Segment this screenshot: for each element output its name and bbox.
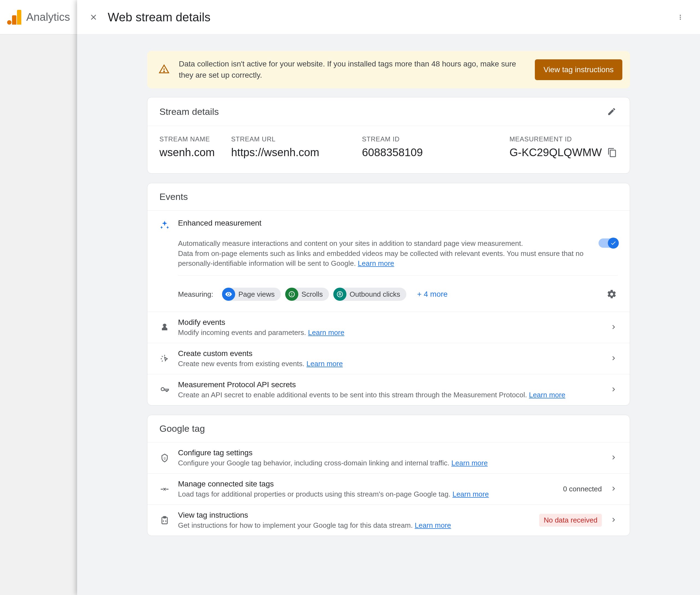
chevron-right-icon <box>610 484 618 494</box>
copy-measurement-id-button[interactable] <box>607 147 618 158</box>
chip-label: Scrolls <box>302 290 323 299</box>
svg-point-0 <box>680 15 681 16</box>
analytics-logo-icon <box>7 10 21 25</box>
more-vert-icon <box>677 14 683 21</box>
manage-connected-tags-row[interactable]: Manage connected site tags Load tags for… <box>147 473 630 505</box>
svg-point-4 <box>164 71 165 72</box>
edit-stream-button[interactable] <box>606 106 618 118</box>
connect-icon <box>160 484 170 494</box>
row-title: Create custom events <box>178 349 601 358</box>
more-options-button[interactable] <box>674 11 687 24</box>
row-desc: Create new events from existing events. … <box>178 360 601 368</box>
stream-details-card: Stream details STREAM NAME wsenh.com STR… <box>147 97 630 174</box>
enhanced-measurement-toggle[interactable] <box>598 238 618 248</box>
svg-point-1 <box>680 17 681 18</box>
learn-more-link[interactable]: Learn more <box>415 521 451 529</box>
desc-line1: Automatically measure interactions and c… <box>178 239 523 248</box>
learn-more-link[interactable]: Learn more <box>358 259 394 267</box>
stream-id-col: STREAM ID 6088358109 <box>362 135 423 159</box>
pencil-icon <box>607 107 616 116</box>
measurement-id-col: MEASUREMENT ID G-KC29QLQWMW <box>509 135 618 159</box>
row-desc: Configure your Google tag behavior, incl… <box>178 459 601 467</box>
web-stream-panel: Web stream details Data collection isn't… <box>77 0 700 595</box>
chip-page-views: Page views <box>222 288 281 301</box>
chevron-right-icon <box>610 516 618 525</box>
code-clipboard-icon <box>160 516 170 525</box>
panel-content: Data collection isn't active for your we… <box>77 34 700 562</box>
warning-icon <box>159 64 170 76</box>
check-icon <box>610 240 616 246</box>
outbound-icon <box>333 288 346 301</box>
measuring-row: Measuring: Page views Scrolls <box>178 275 618 301</box>
warning-text: Data collection isn't active for your we… <box>179 58 526 81</box>
click-icon <box>160 354 170 363</box>
enhanced-measurement-title: Enhanced measurement <box>178 219 618 227</box>
learn-more-link[interactable]: Learn more <box>529 391 565 399</box>
connected-count: 0 connected <box>563 485 602 493</box>
api-secrets-row[interactable]: Measurement Protocol API secrets Create … <box>147 374 630 405</box>
toggle-knob <box>608 237 619 249</box>
stream-url-col: STREAM URL https://wsenh.com <box>231 135 319 159</box>
stream-url-label: STREAM URL <box>231 135 319 143</box>
learn-more-link[interactable]: Learn more <box>451 459 488 467</box>
events-card: Events Enhanced measurement Automaticall… <box>147 183 630 405</box>
key-icon <box>160 385 170 395</box>
panel-title: Web stream details <box>108 10 211 24</box>
google-tag-header: Google tag <box>147 415 630 443</box>
chip-label: Page views <box>239 290 275 299</box>
modify-events-row[interactable]: Modify events Modify incoming events and… <box>147 312 630 343</box>
eye-icon <box>222 288 235 301</box>
chevron-right-icon <box>610 323 618 332</box>
close-icon <box>89 13 98 22</box>
events-header: Events <box>147 183 630 210</box>
view-tag-instructions-row[interactable]: View tag instructions Get instructions f… <box>147 505 630 536</box>
row-title: Manage connected site tags <box>178 480 555 488</box>
stream-name-label: STREAM NAME <box>160 135 215 143</box>
stream-details-row: STREAM NAME wsenh.com STREAM URL https:/… <box>147 126 630 173</box>
row-title: Modify events <box>178 318 601 327</box>
chevron-right-icon <box>610 385 618 395</box>
svg-point-2 <box>680 19 681 20</box>
measurement-id-value: G-KC29QLQWMW <box>509 146 618 159</box>
enhanced-measurement-row: Enhanced measurement Automatically measu… <box>147 210 630 312</box>
close-button[interactable] <box>86 10 101 24</box>
learn-more-link[interactable]: Learn more <box>307 360 343 368</box>
panel-header: Web stream details <box>77 0 700 34</box>
sparkle-icon <box>160 219 170 301</box>
touch-icon <box>160 323 170 332</box>
data-collection-warning: Data collection isn't active for your we… <box>147 51 630 88</box>
row-desc: Get instructions for how to implement yo… <box>178 521 531 530</box>
create-custom-events-row[interactable]: Create custom events Create new events f… <box>147 343 630 374</box>
learn-more-link[interactable]: Learn more <box>308 329 344 337</box>
chip-outbound-clicks: Outbound clicks <box>333 288 406 301</box>
row-desc: Modify incoming events and parameters. L… <box>178 329 601 337</box>
learn-more-link[interactable]: Learn more <box>452 490 489 498</box>
stream-name-col: STREAM NAME wsenh.com <box>160 135 215 159</box>
configure-tag-settings-row[interactable]: g Configure tag settings Configure your … <box>147 443 630 473</box>
chevron-right-icon <box>610 453 618 463</box>
row-desc: Load tags for additional properties or p… <box>178 490 555 499</box>
more-chips-link[interactable]: + 4 more <box>417 290 448 299</box>
svg-point-5 <box>289 292 295 297</box>
stream-id-value: 6088358109 <box>362 146 423 159</box>
google-tag-card: Google tag g Configure tag settings Conf… <box>147 415 630 536</box>
scroll-icon <box>285 288 298 301</box>
stream-name-value: wsenh.com <box>160 146 215 159</box>
tag-icon: g <box>160 453 170 463</box>
view-tag-instructions-button[interactable]: View tag instructions <box>535 59 622 80</box>
stream-details-header: Stream details <box>147 97 630 126</box>
card-title: Google tag <box>160 423 205 434</box>
chip-scrolls: Scrolls <box>285 288 329 301</box>
measuring-label: Measuring: <box>178 290 213 299</box>
row-title: View tag instructions <box>178 511 531 519</box>
stream-id-label: STREAM ID <box>362 135 423 143</box>
measurement-id-label: MEASUREMENT ID <box>509 135 618 143</box>
brand-name: Analytics <box>26 11 70 23</box>
enhanced-measurement-desc: Automatically measure interactions and c… <box>178 238 588 268</box>
measurement-id-text: G-KC29QLQWMW <box>509 146 602 159</box>
chip-label: Outbound clicks <box>350 290 400 299</box>
row-title: Measurement Protocol API secrets <box>178 380 601 389</box>
enhanced-settings-button[interactable] <box>606 288 618 300</box>
card-title: Events <box>160 191 188 202</box>
card-title: Stream details <box>160 106 219 117</box>
